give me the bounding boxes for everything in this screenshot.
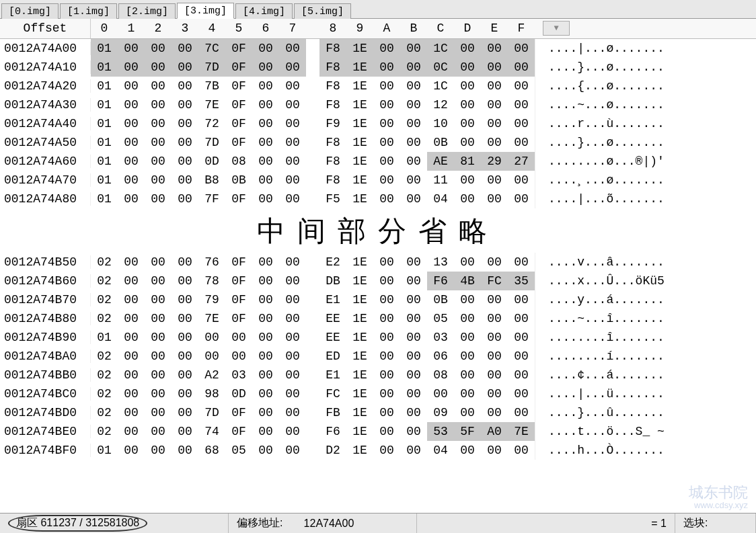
hex-byte[interactable]: 00 — [454, 114, 481, 133]
hex-byte[interactable]: 0B — [427, 290, 454, 309]
hex-byte[interactable]: 7B — [198, 77, 225, 95]
hex-byte[interactable]: 00 — [373, 422, 400, 441]
hex-byte[interactable]: 00 — [172, 403, 198, 422]
hex-byte[interactable]: 00 — [508, 309, 535, 328]
hex-byte[interactable]: 00 — [481, 347, 508, 366]
hex-byte[interactable]: 00 — [481, 253, 508, 272]
hex-byte[interactable]: 00 — [145, 403, 172, 422]
hex-byte[interactable]: F8 — [319, 171, 346, 190]
hex-row[interactable]: 0012A74BA00200000000000000ED1E0000060000… — [0, 347, 756, 366]
hex-byte[interactable]: 00 — [400, 328, 427, 347]
hex-byte[interactable]: 08 — [427, 366, 454, 384]
hex-byte[interactable]: 02 — [91, 422, 118, 441]
hex-byte[interactable]: 00 — [481, 309, 508, 328]
hex-row[interactable]: 0012A74B6002000000780F0000DB1E0000F64BFC… — [0, 272, 756, 290]
hex-byte[interactable]: 7C — [198, 39, 225, 58]
hex-byte[interactable]: 1E — [346, 171, 373, 190]
hex-byte[interactable]: 00 — [252, 95, 279, 114]
hex-byte[interactable]: 1E — [346, 190, 373, 208]
hex-byte[interactable]: 00 — [508, 290, 535, 309]
dropdown-arrow-icon[interactable]: ▼ — [543, 21, 570, 36]
hex-byte[interactable]: 0D — [198, 152, 225, 171]
hex-byte[interactable]: 05 — [225, 441, 252, 460]
hex-byte[interactable]: 00 — [481, 366, 508, 384]
hex-byte[interactable]: F8 — [319, 77, 346, 95]
hex-byte[interactable]: EE — [319, 328, 346, 347]
hex-byte[interactable]: 1E — [346, 422, 373, 441]
hex-byte[interactable]: E1 — [319, 366, 346, 384]
hex-row[interactable]: 0012A74A7001000000B80B0000F81E0000110000… — [0, 171, 756, 190]
hex-byte[interactable]: 02 — [91, 347, 118, 366]
hex-byte[interactable]: 78 — [198, 272, 225, 290]
hex-byte[interactable]: 00 — [279, 384, 306, 403]
hex-byte[interactable]: 1E — [346, 114, 373, 133]
hex-byte[interactable]: 02 — [91, 290, 118, 309]
hex-byte[interactable]: 35 — [508, 272, 535, 290]
hex-byte[interactable]: F8 — [319, 152, 346, 171]
tab-2[interactable]: [2.img] — [118, 3, 176, 19]
hex-row[interactable]: 0012A74A00010000007C0F0000F81E00001C0000… — [0, 39, 756, 58]
hex-byte[interactable]: 03 — [225, 366, 252, 384]
hex-byte[interactable]: A0 — [481, 422, 508, 441]
hex-byte[interactable]: 00 — [279, 328, 306, 347]
hex-byte[interactable]: 00 — [373, 77, 400, 95]
hex-byte[interactable]: 00 — [508, 133, 535, 152]
hex-byte[interactable]: 00 — [454, 133, 481, 152]
hex-byte[interactable]: 09 — [427, 403, 454, 422]
hex-byte[interactable]: 0F — [225, 133, 252, 152]
hex-byte[interactable]: 00 — [118, 77, 145, 95]
hex-byte[interactable]: 27 — [508, 152, 535, 171]
hex-byte[interactable]: 00 — [279, 403, 306, 422]
hex-byte[interactable]: 01 — [91, 58, 118, 77]
hex-byte[interactable]: 00 — [508, 328, 535, 347]
hex-byte[interactable]: 00 — [118, 171, 145, 190]
hex-byte[interactable]: 00 — [279, 309, 306, 328]
hex-byte[interactable]: 00 — [145, 253, 172, 272]
hex-byte[interactable]: 00 — [373, 133, 400, 152]
hex-byte[interactable]: 00 — [145, 290, 172, 309]
hex-byte[interactable]: 7D — [198, 58, 225, 77]
hex-byte[interactable]: 01 — [91, 77, 118, 95]
hex-byte[interactable]: 00 — [118, 39, 145, 58]
hex-byte[interactable]: 00 — [454, 366, 481, 384]
hex-byte[interactable]: 04 — [427, 190, 454, 208]
hex-byte[interactable]: 01 — [91, 441, 118, 460]
hex-byte[interactable]: 00 — [279, 39, 306, 58]
hex-byte[interactable]: 00 — [172, 133, 198, 152]
hex-byte[interactable]: 7E — [198, 309, 225, 328]
hex-byte[interactable]: 1E — [346, 133, 373, 152]
hex-byte[interactable]: 00 — [508, 114, 535, 133]
hex-byte[interactable]: 10 — [427, 114, 454, 133]
hex-byte[interactable]: 00 — [454, 77, 481, 95]
hex-byte[interactable]: 00 — [373, 114, 400, 133]
hex-byte[interactable]: 00 — [118, 328, 145, 347]
hex-byte[interactable]: 0C — [427, 58, 454, 77]
hex-byte[interactable]: 00 — [481, 384, 508, 403]
hex-byte[interactable]: 00 — [279, 190, 306, 208]
hex-byte[interactable]: 02 — [91, 253, 118, 272]
hex-byte[interactable]: 00 — [252, 384, 279, 403]
hex-byte[interactable]: 08 — [225, 152, 252, 171]
hex-byte[interactable]: 1C — [427, 39, 454, 58]
hex-byte[interactable]: 12 — [427, 95, 454, 114]
hex-byte[interactable]: 00 — [400, 272, 427, 290]
hex-byte[interactable]: 00 — [145, 171, 172, 190]
hex-byte[interactable]: DB — [319, 272, 346, 290]
hex-byte[interactable]: 1C — [427, 77, 454, 95]
hex-byte[interactable]: EE — [319, 309, 346, 328]
hex-byte[interactable]: F9 — [319, 114, 346, 133]
hex-byte[interactable]: 7D — [198, 133, 225, 152]
hex-byte[interactable]: 00 — [172, 95, 198, 114]
hex-byte[interactable]: 00 — [481, 114, 508, 133]
hex-byte[interactable]: E2 — [319, 253, 346, 272]
hex-byte[interactable]: 00 — [198, 347, 225, 366]
hex-byte[interactable]: 00 — [172, 366, 198, 384]
hex-byte[interactable]: 00 — [118, 384, 145, 403]
hex-byte[interactable]: FB — [319, 403, 346, 422]
hex-byte[interactable]: 29 — [481, 152, 508, 171]
hex-byte[interactable]: 00 — [252, 347, 279, 366]
hex-byte[interactable]: 00 — [454, 384, 481, 403]
hex-byte[interactable]: 00 — [225, 328, 252, 347]
hex-byte[interactable]: 00 — [252, 328, 279, 347]
hex-byte[interactable]: 0B — [225, 171, 252, 190]
